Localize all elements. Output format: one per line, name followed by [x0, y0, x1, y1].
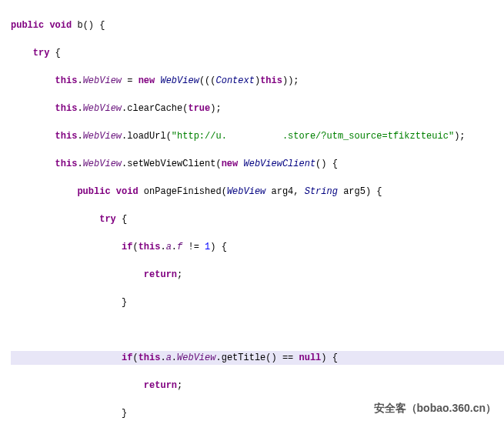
field-webview: WebView — [83, 103, 122, 114]
code-line: public void onPageFinished(WebView arg4,… — [11, 185, 504, 199]
code-line: return; — [11, 379, 504, 393]
keyword-if: if — [122, 242, 132, 252]
keyword-return: return — [144, 269, 177, 280]
keyword-public: public — [11, 20, 44, 31]
type-webview: WebView — [160, 75, 199, 86]
keyword-try: try — [33, 48, 50, 58]
keyword-if: if — [122, 353, 132, 363]
keyword-true: true — [188, 103, 210, 114]
string-url: "http://u. .store/?utm_source=tfikztteui… — [172, 131, 454, 142]
code-line: return; — [11, 268, 504, 282]
code-line — [11, 323, 504, 337]
keyword-try: try — [99, 214, 116, 225]
code-line: this.WebView.clearCache(true); — [11, 102, 504, 115]
field-webview: WebView — [177, 353, 215, 363]
keyword-this: this — [139, 353, 161, 363]
field-webview: WebView — [83, 131, 122, 142]
code-block: public void b() { try { this.WebView = n… — [0, 0, 504, 421]
code-line: if(this.a.f != 1) { — [11, 240, 504, 254]
code-line: public void b() { — [11, 18, 504, 32]
field-a: a — [166, 353, 172, 363]
keyword-null: null — [299, 353, 322, 363]
code-line: } — [11, 296, 504, 309]
type-webviewclient: WebViewClient — [243, 159, 315, 169]
keyword-this: this — [55, 75, 78, 86]
keyword-this: this — [55, 131, 78, 142]
code-line: this.WebView.setWebViewClient(new WebVie… — [11, 157, 504, 171]
type-webview: WebView — [227, 186, 265, 197]
keyword-void: void — [116, 186, 139, 197]
keyword-this: this — [139, 242, 161, 252]
code-line: try { — [11, 212, 504, 226]
type-context: Context — [216, 75, 255, 86]
keyword-new: new — [139, 75, 155, 86]
keyword-new: new — [222, 159, 239, 169]
code-line: try { — [11, 46, 504, 60]
code-line: this.WebView = new WebView(((Context)thi… — [11, 74, 504, 88]
keyword-public: public — [77, 186, 110, 197]
keyword-this: this — [55, 103, 78, 114]
keyword-return: return — [144, 380, 177, 391]
keyword-this: this — [55, 159, 78, 169]
watermark-text: 安全客（bobao.360.cn） — [374, 401, 496, 415]
keyword-void: void — [49, 20, 72, 31]
highlighted-line: if(this.a.WebView.getTitle() == null) { — [11, 351, 504, 365]
field-a: a — [166, 242, 172, 252]
code-line: this.WebView.loadUrl("http://u. .store/?… — [11, 129, 504, 143]
type-string: String — [305, 186, 338, 197]
field-webview: WebView — [83, 159, 122, 169]
keyword-this: this — [260, 75, 282, 86]
field-webview: WebView — [83, 75, 122, 86]
